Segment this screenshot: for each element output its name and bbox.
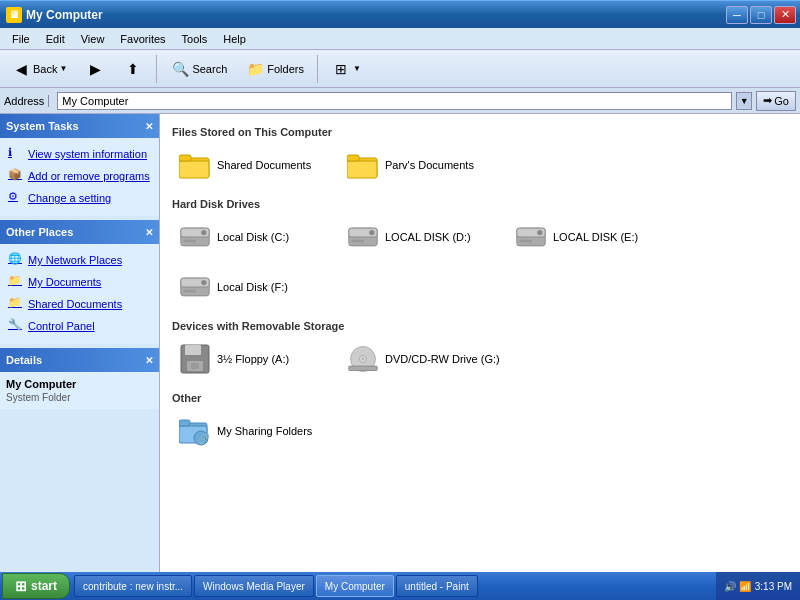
tray-icons: 🔊 📶 [724,581,751,592]
sidebar-my-network-places[interactable]: 🌐 My Network Places [4,250,155,270]
taskbar-items: contribute : new instr... Windows Media … [70,575,716,597]
my-documents-label: My Documents [28,276,101,288]
details-title: My Computer [6,378,153,390]
item-local-disk-f[interactable]: Local Disk (F:) [172,266,332,308]
svg-rect-5 [347,155,359,161]
menu-bar: File Edit View Favorites Tools Help [0,28,800,50]
floppy-icon [179,343,211,375]
shared-documents-label: Shared Documents [28,298,122,310]
menu-edit[interactable]: Edit [38,31,73,47]
other-places-collapse-icon: ✕ [145,227,153,238]
toolbar: ◀ Back ▼ ▶ ⬆ 🔍 Search 📁 Folders ⊞ ▼ [0,50,800,88]
local-disk-f-label: Local Disk (F:) [217,281,288,293]
forward-icon: ▶ [85,59,105,79]
svg-rect-1 [179,161,209,178]
start-button[interactable]: ⊞ start [2,573,70,599]
content-area: Files Stored on This Computer Shared Doc… [160,114,800,572]
my-network-places-label: My Network Places [28,254,122,266]
other-places-header[interactable]: Other Places ✕ [0,220,159,244]
up-button[interactable]: ⬆ [116,55,150,83]
details-header[interactable]: Details ✕ [0,348,159,372]
forward-button[interactable]: ▶ [78,55,112,83]
item-my-sharing-folders[interactable]: 🔗 My Sharing Folders [172,410,332,452]
views-icon: ⊞ [331,59,351,79]
item-dvd-g[interactable]: DVD/CD-RW Drive (G:) [340,338,507,380]
item-local-disk-d[interactable]: LOCAL DISK (D:) [340,216,500,258]
floppy-a-label: 3½ Floppy (A:) [217,353,289,365]
control-panel-label: Control Panel [28,320,95,332]
go-button[interactable]: ➡ Go [756,91,796,111]
local-disk-d-label: LOCAL DISK (D:) [385,231,471,243]
system-tasks-header[interactable]: System Tasks ✕ [0,114,159,138]
address-label: Address [4,95,49,107]
back-label: Back [33,63,57,75]
sidebar-change-setting[interactable]: ⚙ Change a setting [4,188,155,208]
change-setting-icon: ⚙ [8,190,24,206]
start-label: start [31,579,57,593]
change-setting-label: Change a setting [28,192,111,204]
taskbar-item-mycomputer[interactable]: My Computer [316,575,394,597]
menu-favorites[interactable]: Favorites [112,31,173,47]
sidebar-control-panel[interactable]: 🔧 Control Panel [4,316,155,336]
menu-view[interactable]: View [73,31,113,47]
menu-file[interactable]: File [4,31,38,47]
taskbar-item-paint-label: untitled - Paint [405,581,469,592]
address-dropdown[interactable]: ▼ [736,92,752,110]
other-places-content: 🌐 My Network Places 📁 My Documents 📁 Sha… [0,244,159,344]
back-button[interactable]: ◀ Back ▼ [4,55,74,83]
item-local-disk-e[interactable]: LOCAL DISK (E:) [508,216,668,258]
add-programs-icon: 📦 [8,168,24,184]
window-icon: 🖥 [6,7,22,23]
sidebar-shared-documents[interactable]: 📁 Shared Documents [4,294,155,314]
svg-point-12 [369,230,374,235]
details-content: My Computer System Folder [0,372,159,409]
svg-text:🔗: 🔗 [197,432,210,445]
item-shared-documents[interactable]: Shared Documents [172,144,332,186]
back-icon: ◀ [11,59,31,79]
taskbar-item-paint[interactable]: untitled - Paint [396,575,478,597]
folder-icon [179,149,211,181]
search-button[interactable]: 🔍 Search [163,55,234,83]
network-places-icon: 🌐 [8,252,24,268]
svg-rect-29 [349,366,377,370]
menu-tools[interactable]: Tools [174,31,216,47]
minimize-button[interactable]: ─ [726,6,748,24]
search-label: Search [192,63,227,75]
svg-rect-32 [179,420,190,426]
sidebar-view-system-info[interactable]: ℹ View system information [4,144,155,164]
info-icon: ℹ [8,146,24,162]
svg-point-28 [361,357,365,361]
sidebar-add-remove-programs[interactable]: 📦 Add or remove programs [4,166,155,186]
views-button[interactable]: ⊞ ▼ [324,55,368,83]
folders-label: Folders [267,63,304,75]
system-tray: 🔊 📶 3:13 PM [716,572,800,600]
item-floppy-a[interactable]: 3½ Floppy (A:) [172,338,332,380]
window-title: My Computer [26,8,103,22]
folders-button[interactable]: 📁 Folders [238,55,311,83]
menu-help[interactable]: Help [215,31,254,47]
control-panel-icon: 🔧 [8,318,24,334]
svg-rect-17 [519,240,531,243]
taskbar-item-contribute[interactable]: contribute : new instr... [74,575,192,597]
taskbar-item-mediaplayer[interactable]: Windows Media Player [194,575,314,597]
local-disk-c-label: Local Disk (C:) [217,231,289,243]
section-header-other: Other [172,392,788,404]
other-places-label: Other Places [6,226,73,238]
item-local-disk-c[interactable]: Local Disk (C:) [172,216,332,258]
system-time: 3:13 PM [755,581,792,592]
sidebar: System Tasks ✕ ℹ View system information… [0,114,160,572]
section-header-hdd: Hard Disk Drives [172,198,788,210]
sidebar-my-documents[interactable]: 📁 My Documents [4,272,155,292]
taskbar-item-mycomputer-label: My Computer [325,581,385,592]
item-parvs-documents[interactable]: Parv's Documents [340,144,500,186]
section-removable-items: 3½ Floppy (A:) DVD/CD-RW Drive (G:) [172,338,788,380]
address-field[interactable]: My Computer [57,92,732,110]
system-tasks-collapse-icon: ✕ [145,121,153,132]
close-button[interactable]: ✕ [774,6,796,24]
maximize-button[interactable]: □ [750,6,772,24]
section-header-removable: Devices with Removable Storage [172,320,788,332]
svg-rect-21 [183,290,195,293]
system-tasks-content: ℹ View system information 📦 Add or remov… [0,138,159,216]
address-value: My Computer [62,95,128,107]
hdd-icon-f [179,271,211,303]
